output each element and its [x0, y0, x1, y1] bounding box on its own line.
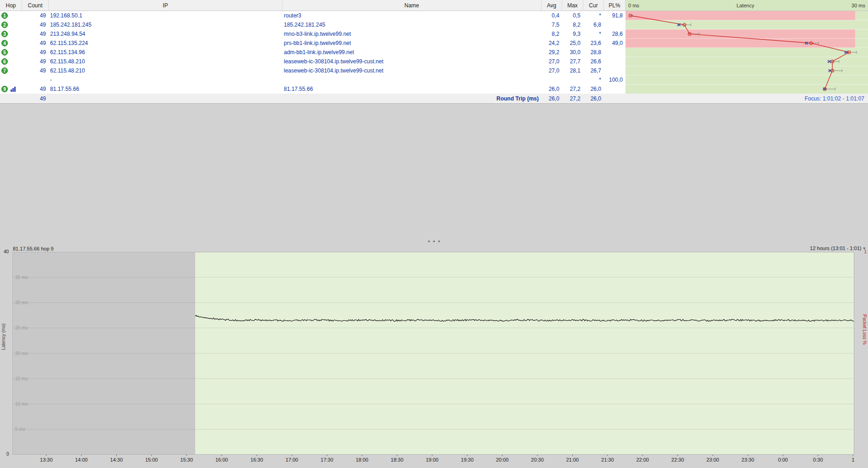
count-cell[interactable]: 49 — [22, 39, 49, 48]
hop-cell[interactable]: 2 — [0, 20, 22, 29]
ip-cell[interactable]: 62.115.48.210 — [49, 57, 282, 66]
count-cell[interactable]: 49 — [22, 29, 49, 39]
avg-cell[interactable]: 27,0 — [541, 66, 562, 75]
count-cell[interactable] — [22, 75, 49, 84]
avg-cell[interactable]: 29,2 — [541, 48, 562, 57]
ip-cell[interactable]: 192.168.50.1 — [49, 11, 282, 20]
avg-cell[interactable]: 26,0 — [541, 84, 562, 94]
column-header-avg[interactable]: Avg — [541, 0, 562, 11]
cur-cell[interactable]: * — [583, 75, 604, 84]
round-trip-label: Round Trip (ms) — [282, 94, 541, 103]
name-cell[interactable]: 185.242.181.245 — [282, 20, 541, 29]
count-cell[interactable]: 49 — [22, 66, 49, 75]
hop-cell[interactable] — [0, 75, 22, 84]
ip-cell[interactable]: 62.115.134.96 — [49, 48, 282, 57]
max-cell[interactable]: 0,5 — [562, 11, 583, 20]
hop-cell[interactable]: 5 — [0, 48, 22, 57]
avg-cell[interactable]: 0,4 — [541, 11, 562, 20]
cur-cell[interactable]: * — [583, 11, 604, 20]
column-header-hop[interactable]: Hop — [0, 0, 22, 11]
footer-cur: 26,0 — [583, 94, 604, 103]
ip-cell[interactable]: 213.248.94.54 — [49, 29, 282, 39]
column-header-max[interactable]: Max — [562, 0, 583, 11]
svg-text:17:00: 17:00 — [286, 457, 299, 462]
pl-cell[interactable]: 49,0 — [604, 39, 626, 48]
name-cell[interactable]: leaseweb-ic-308104.ip.twelve99-cust.net — [282, 57, 541, 66]
timeline-plot[interactable]: 35 ms30 ms25 ms20 ms15 ms10 ms5 ms13:301… — [12, 252, 854, 468]
pl-cell[interactable] — [604, 84, 626, 94]
latency-minichart[interactable] — [626, 11, 868, 94]
ip-cell[interactable]: 62.115.135.224 — [49, 39, 282, 48]
time-range-dropdown[interactable]: 12 hours (13:01 - 1:01) ▾ — [810, 245, 865, 251]
column-header-name[interactable]: Name — [282, 0, 541, 11]
column-header-ip[interactable]: IP — [49, 0, 282, 11]
name-cell[interactable] — [282, 75, 541, 84]
column-header-cur[interactable]: Cur — [583, 0, 604, 11]
ip-cell[interactable]: 62.115.48.210 — [49, 66, 282, 75]
pl-cell[interactable]: 100,0 — [604, 75, 626, 84]
max-cell[interactable]: 28,1 — [562, 66, 583, 75]
avg-cell[interactable]: 27,0 — [541, 57, 562, 66]
hop-cell[interactable]: 7 — [0, 66, 22, 75]
cur-cell[interactable]: * — [583, 29, 604, 39]
cur-cell[interactable]: 23,6 — [583, 39, 604, 48]
max-cell[interactable]: 9,3 — [562, 29, 583, 39]
max-cell[interactable]: 27,7 — [562, 57, 583, 66]
count-cell[interactable]: 49 — [22, 84, 49, 94]
pl-cell[interactable] — [604, 57, 626, 66]
footer-avg: 26,0 — [541, 94, 562, 103]
name-cell[interactable]: mno-b3-link.ip.twelve99.net — [282, 29, 541, 39]
pl-cell[interactable] — [604, 66, 626, 75]
pl-cell[interactable] — [604, 20, 626, 29]
name-cell[interactable]: 81.17.55.66 — [282, 84, 541, 94]
ip-cell[interactable]: - — [49, 75, 282, 84]
pl-cell[interactable]: 91,8 — [604, 11, 626, 20]
avg-cell[interactable] — [541, 75, 562, 84]
column-header-count[interactable]: Count — [22, 0, 49, 11]
max-cell[interactable]: 25,0 — [562, 39, 583, 48]
avg-cell[interactable]: 8,2 — [541, 29, 562, 39]
pl-cell[interactable] — [604, 48, 626, 57]
svg-text:19:30: 19:30 — [461, 457, 474, 462]
column-header-pl[interactable]: PL% — [604, 0, 626, 11]
hop-cell[interactable]: 4 — [0, 39, 22, 48]
latency-column-header[interactable]: 0 ms Latency 30 ms — [626, 0, 868, 11]
cur-cell[interactable]: 6,8 — [583, 20, 604, 29]
svg-text:23:00: 23:00 — [706, 457, 719, 462]
hop-cell[interactable]: 1 — [0, 11, 22, 20]
svg-text:20:30: 20:30 — [531, 457, 544, 462]
cur-cell[interactable]: 28,8 — [583, 48, 604, 57]
footer-count: 49 — [22, 94, 49, 103]
name-cell[interactable]: adm-bb1-link.ip.twelve99.net — [282, 48, 541, 57]
count-cell[interactable]: 49 — [22, 57, 49, 66]
cur-cell[interactable]: 26,0 — [583, 84, 604, 94]
footer-cell — [0, 94, 22, 103]
pl-cell[interactable]: 28,6 — [604, 29, 626, 39]
panel-splitter[interactable] — [0, 240, 868, 242]
hop-badge: 1 — [1, 12, 8, 19]
avg-cell[interactable]: 7,5 — [541, 20, 562, 29]
svg-text:17:30: 17:30 — [321, 457, 333, 462]
ip-cell[interactable]: 185.242.181.245 — [49, 20, 282, 29]
max-cell[interactable]: 30,0 — [562, 48, 583, 57]
hop-cell[interactable]: 9 — [0, 84, 22, 94]
max-cell[interactable]: 27,2 — [562, 84, 583, 94]
svg-text:25 ms: 25 ms — [15, 325, 28, 330]
hop-cell[interactable]: 6 — [0, 57, 22, 66]
svg-text:15 ms: 15 ms — [15, 376, 28, 381]
max-cell[interactable] — [562, 75, 583, 84]
name-cell[interactable]: prs-bb1-link.ip.twelve99.net — [282, 39, 541, 48]
cur-cell[interactable]: 26,6 — [583, 57, 604, 66]
hop-cell[interactable]: 3 — [0, 29, 22, 39]
max-cell[interactable]: 8,2 — [562, 20, 583, 29]
ip-cell[interactable]: 81.17.55.66 — [49, 84, 282, 94]
name-cell[interactable]: leaseweb-ic-308104.ip.twelve99-cust.net — [282, 66, 541, 75]
name-cell[interactable]: router3 — [282, 11, 541, 20]
cur-cell[interactable]: 26,7 — [583, 66, 604, 75]
count-cell[interactable]: 49 — [22, 11, 49, 20]
count-cell[interactable]: 49 — [22, 20, 49, 29]
avg-cell[interactable]: 24,2 — [541, 39, 562, 48]
svg-text:15:00: 15:00 — [145, 457, 158, 462]
count-cell[interactable]: 49 — [22, 48, 49, 57]
svg-text:1: 1 — [851, 457, 854, 462]
